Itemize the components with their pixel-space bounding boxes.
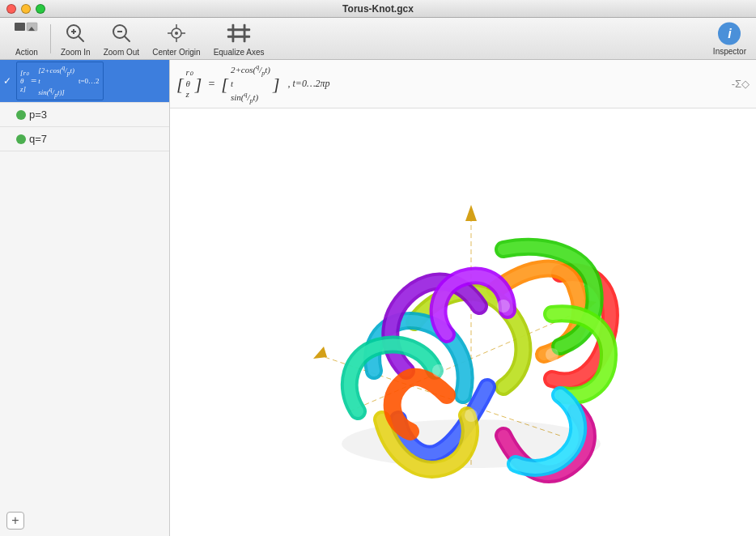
- center-origin-button[interactable]: Center Origin: [146, 17, 206, 60]
- svg-line-9: [125, 36, 130, 41]
- svg-point-29: [432, 364, 445, 377]
- center-origin-label: Center Origin: [152, 48, 200, 57]
- zoom-in-icon: [62, 20, 88, 46]
- zoom-in-label: Zoom In: [61, 48, 91, 57]
- svg-rect-0: [15, 23, 25, 31]
- svg-rect-16: [227, 28, 250, 31]
- action-label: Action: [15, 48, 38, 57]
- main-content: ✓ [r₀θz] = [2+cos(q/pt)tsin(q/pt)] t=0…2…: [0, 60, 756, 536]
- zoom-in-button[interactable]: Zoom In: [54, 17, 97, 60]
- add-button[interactable]: +: [6, 512, 24, 530]
- equalize-axes-icon: [226, 20, 252, 46]
- action-icon: [14, 20, 40, 46]
- zoom-out-icon: [108, 20, 134, 46]
- green-dot-p: [16, 110, 26, 120]
- check-space: [3, 109, 16, 121]
- action-button[interactable]: Action: [6, 17, 47, 60]
- expression-content: [ r₀θz ] = [ 2+cos(q/pt) t sin(q/pt): [176, 62, 732, 105]
- knot-visualization[interactable]: [170, 108, 756, 536]
- check-space-q: [3, 134, 16, 145]
- sidebar-item-q[interactable]: q=7: [0, 127, 169, 151]
- q-param-text: q=7: [29, 131, 47, 147]
- inspector-icon: i: [718, 22, 741, 45]
- inspector-button[interactable]: i Inspector: [710, 19, 750, 58]
- window-controls[interactable]: [6, 4, 45, 14]
- equation-box: [r₀θz] = [2+cos(q/pt)tsin(q/pt)] t=0…2: [16, 62, 104, 100]
- check-mark: ✓: [3, 75, 16, 87]
- svg-marker-25: [313, 347, 327, 359]
- svg-rect-19: [244, 24, 246, 43]
- svg-marker-23: [465, 205, 477, 221]
- center-origin-icon: [164, 20, 189, 46]
- equalize-axes-label: Equalize Axes: [214, 48, 265, 57]
- svg-point-11: [175, 32, 178, 35]
- sidebar-bottom: +: [6, 512, 24, 530]
- equalize-axes-button[interactable]: Equalize Axes: [207, 17, 271, 60]
- minimize-button[interactable]: [21, 4, 31, 14]
- zoom-out-button[interactable]: Zoom Out: [97, 17, 146, 60]
- maximize-button[interactable]: [36, 4, 45, 14]
- p-param-text: p=3: [29, 107, 47, 122]
- green-dot-q: [16, 134, 26, 144]
- toolbar: Action Zoom In Zoom Out: [0, 18, 756, 60]
- sidebar-item-p[interactable]: p=3: [0, 103, 169, 127]
- knot-svg: [253, 128, 673, 517]
- zoom-out-label: Zoom Out: [104, 48, 139, 57]
- inspector-label: Inspector: [713, 46, 746, 55]
- title-bar: Torus-Knot.gcx: [0, 0, 756, 18]
- svg-point-30: [465, 409, 478, 422]
- window-title: Torus-Knot.gcx: [342, 3, 414, 15]
- separator-1: [50, 24, 51, 53]
- svg-rect-18: [232, 24, 235, 43]
- sidebar-item-curve[interactable]: ✓ [r₀θz] = [2+cos(q/pt)tsin(q/pt)] t=0…2: [0, 60, 169, 103]
- canvas-area[interactable]: [ r₀θz ] = [ 2+cos(q/pt) t sin(q/pt): [170, 60, 756, 536]
- sigma-button[interactable]: -Σ◇: [732, 78, 750, 90]
- svg-point-27: [497, 300, 510, 313]
- svg-point-28: [546, 348, 559, 361]
- expression-bar: [ r₀θz ] = [ 2+cos(q/pt) t sin(q/pt): [170, 60, 756, 108]
- close-button[interactable]: [6, 4, 16, 14]
- sidebar: ✓ [r₀θz] = [2+cos(q/pt)tsin(q/pt)] t=0…2…: [0, 60, 170, 536]
- svg-rect-17: [227, 36, 250, 38]
- svg-line-6: [79, 36, 83, 41]
